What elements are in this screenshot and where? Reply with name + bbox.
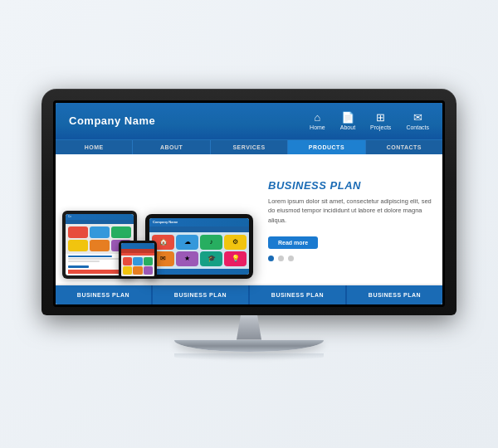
tablet-mini-header: Co [66, 214, 134, 220]
monitor: Company Name ⌂ Home 📄 About ⊞ [42, 89, 456, 360]
phone-app-1 [123, 257, 132, 265]
phone-app-2 [133, 257, 142, 265]
bt-app-7: 🎓 [200, 251, 222, 266]
bt-nav [149, 226, 249, 232]
site-nav-icons: ⌂ Home 📄 About ⊞ Projects [310, 112, 429, 130]
nav-item-products[interactable]: PRODUCTS [288, 140, 365, 154]
nav-about-label: About [340, 124, 355, 130]
nav-home-label: Home [310, 124, 325, 130]
monitor-reflection [174, 353, 324, 360]
contacts-icon: ✉ [413, 112, 422, 123]
app-icon-5 [90, 240, 110, 251]
nav-item-home[interactable]: HOME [56, 140, 133, 154]
hero-text: BUSINESS PLAN Lorem ipsum dolor sit amet… [261, 176, 432, 265]
tablet-logo: Co [68, 215, 71, 218]
phone-header [121, 243, 154, 249]
app-icon-3 [111, 226, 131, 238]
feature-card-3-title: BUSINESS PLAN [255, 292, 340, 298]
hero-title: BUSINESS PLAN [268, 179, 432, 192]
phone-app-5 [133, 266, 142, 275]
hero-section: Co [56, 154, 442, 284]
monitor-neck [228, 315, 270, 340]
feature-card-4[interactable]: BUSINESS PLAN [347, 285, 442, 304]
app-icon-1 [68, 226, 88, 238]
feature-card-1[interactable]: BUSINESS PLAN [56, 285, 153, 304]
phone [119, 241, 157, 279]
feature-cards: BUSINESS PLAN BUSINESS PLAN BUSINESS PLA… [56, 284, 442, 304]
mini-line-3 [68, 261, 100, 262]
monitor-screen-outer: Company Name ⌂ Home 📄 About ⊞ [53, 100, 445, 307]
phone-app-4 [123, 266, 132, 275]
site-logo: Company Name [69, 114, 155, 127]
nav-item-about[interactable]: ABOUT [133, 140, 210, 154]
bt-app-6: ★ [176, 251, 198, 266]
carousel-dots [268, 256, 432, 261]
bt-app-8: 💡 [224, 251, 247, 266]
nav-about[interactable]: 📄 About [340, 112, 355, 130]
app-icon-2 [90, 226, 110, 238]
bt-app-grid: 🏠 ☁ ♪ ⚙ ✉ ★ 🎓 💡 [149, 232, 249, 269]
big-tablet: Company Name 🏠 ☁ ♪ ⚙ ✉ [145, 214, 253, 279]
home-icon: ⌂ [315, 112, 321, 123]
dot-2[interactable] [278, 256, 284, 261]
feature-card-1-title: BUSINESS PLAN [61, 292, 146, 298]
nav-projects[interactable]: ⊞ Projects [370, 112, 391, 130]
bt-header: Company Name [149, 218, 249, 226]
monitor-bezel: Company Name ⌂ Home 📄 About ⊞ [42, 89, 456, 315]
app-icon-4 [68, 240, 88, 251]
site-navbar: HOME ABOUT SERVICES PRODUCTS CONTACTS [56, 139, 442, 154]
dot-3[interactable] [288, 256, 294, 261]
hero-body: Lorem ipsum dolor sit amet, consectetur … [268, 197, 432, 225]
nav-projects-label: Projects [370, 124, 391, 130]
phone-screen [121, 243, 154, 276]
mini-line-1 [68, 256, 112, 257]
website: Company Name ⌂ Home 📄 About ⊞ [56, 103, 442, 304]
bt-footer [149, 269, 249, 275]
nav-home[interactable]: ⌂ Home [310, 112, 325, 130]
site-header: Company Name ⌂ Home 📄 About ⊞ [56, 103, 442, 139]
read-more-button[interactable]: Read more [268, 236, 318, 249]
feature-card-3[interactable]: BUSINESS PLAN [250, 285, 347, 304]
feature-card-2-title: BUSINESS PLAN [158, 292, 243, 298]
monitor-screen: Company Name ⌂ Home 📄 About ⊞ [56, 103, 442, 304]
phone-app-3 [144, 257, 153, 265]
big-tablet-screen: Company Name 🏠 ☁ ♪ ⚙ ✉ [149, 218, 249, 275]
dot-1[interactable] [268, 256, 274, 261]
feature-card-4-title: BUSINESS PLAN [352, 292, 437, 298]
nav-item-services[interactable]: SERVICES [211, 140, 288, 154]
bt-app-3: ♪ [200, 235, 222, 250]
nav-contacts[interactable]: ✉ Contacts [406, 112, 429, 130]
phone-app-6 [144, 266, 153, 275]
feature-card-2[interactable]: BUSINESS PLAN [153, 285, 250, 304]
nav-item-contacts[interactable]: CONTACTS [366, 140, 442, 154]
bt-app-2: ☁ [176, 235, 198, 250]
bt-app-4: ⚙ [224, 235, 247, 250]
projects-icon: ⊞ [376, 112, 385, 123]
phone-app-grid [121, 256, 154, 276]
bt-logo: Company Name [153, 220, 178, 224]
about-icon: 📄 [341, 112, 354, 123]
tablet-bar [68, 265, 89, 268]
nav-contacts-label: Contacts [406, 124, 429, 130]
devices-area: Co [62, 163, 253, 279]
monitor-base [174, 340, 324, 352]
